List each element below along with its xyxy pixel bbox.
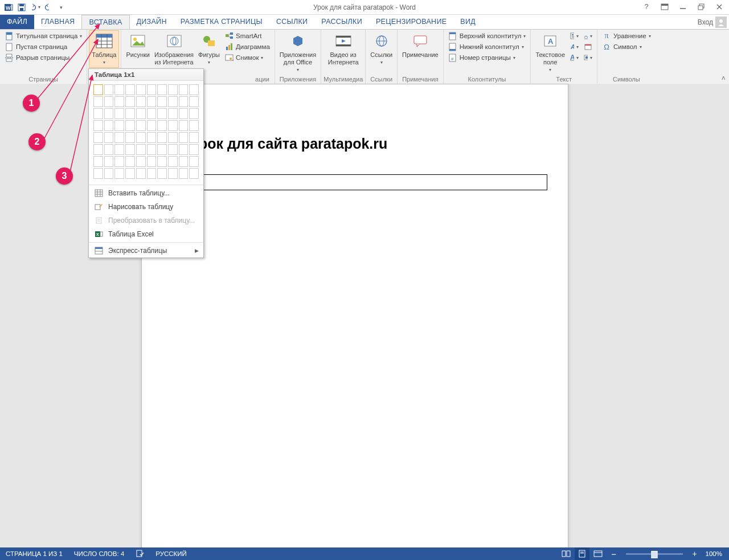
- grid-cell[interactable]: [147, 120, 157, 131]
- grid-cell[interactable]: [179, 96, 189, 107]
- grid-cell[interactable]: [114, 120, 124, 131]
- quick-parts-icon[interactable]: ▾: [567, 31, 581, 41]
- document-page[interactable]: рок для сайта paratapok.ru: [141, 84, 568, 547]
- help-icon[interactable]: ?: [639, 1, 654, 13]
- zoom-out-icon[interactable]: −: [607, 547, 621, 560]
- grid-cell[interactable]: [136, 96, 146, 107]
- tab-design[interactable]: ДИЗАЙН: [130, 15, 174, 29]
- grid-cell[interactable]: [189, 168, 199, 179]
- grid-cell[interactable]: [157, 96, 167, 107]
- grid-cell[interactable]: [157, 132, 167, 143]
- document-table[interactable]: [165, 174, 547, 190]
- ribbon-display-icon[interactable]: [657, 1, 672, 13]
- grid-cell[interactable]: [136, 108, 146, 119]
- shapes-button[interactable]: Фигуры▾: [196, 31, 222, 67]
- grid-cell[interactable]: [136, 156, 146, 167]
- grid-cell[interactable]: [125, 120, 135, 131]
- smartart-button[interactable]: SmartArt: [222, 31, 272, 41]
- grid-cell[interactable]: [93, 108, 103, 119]
- signature-icon[interactable]: ▾: [581, 31, 595, 41]
- pictures-button[interactable]: Рисунки: [124, 31, 152, 60]
- grid-cell[interactable]: [114, 84, 124, 95]
- office-apps-button[interactable]: Приложения для Office▾: [277, 31, 318, 75]
- grid-cell[interactable]: [189, 108, 199, 119]
- grid-cell[interactable]: [93, 96, 103, 107]
- grid-cell[interactable]: [189, 84, 199, 95]
- sign-in[interactable]: Вход: [698, 15, 727, 29]
- grid-cell[interactable]: [157, 120, 167, 131]
- grid-cell[interactable]: [93, 84, 103, 95]
- zoom-in-icon[interactable]: +: [687, 547, 702, 560]
- zoom-slider[interactable]: [626, 553, 683, 555]
- save-icon[interactable]: [15, 1, 28, 14]
- grid-cell[interactable]: [93, 156, 103, 167]
- collapse-ribbon-icon[interactable]: ᴧ: [722, 74, 726, 81]
- grid-cell[interactable]: [168, 84, 178, 95]
- grid-cell[interactable]: [104, 132, 114, 143]
- excel-table-item[interactable]: XТаблица Excel: [89, 227, 203, 241]
- grid-cell[interactable]: [147, 144, 157, 155]
- word-app-icon[interactable]: W: [2, 1, 15, 14]
- grid-cell[interactable]: [179, 144, 189, 155]
- status-language[interactable]: РУССКИЙ: [150, 550, 193, 557]
- grid-cell[interactable]: [147, 96, 157, 107]
- web-layout-icon[interactable]: [591, 547, 605, 560]
- grid-cell[interactable]: [179, 168, 189, 179]
- grid-cell[interactable]: [104, 84, 114, 95]
- tab-mailings[interactable]: РАССЫЛКИ: [314, 15, 369, 29]
- grid-cell[interactable]: [168, 108, 178, 119]
- grid-cell[interactable]: [114, 144, 124, 155]
- grid-cell[interactable]: [168, 96, 178, 107]
- dropcap-icon[interactable]: A▾: [567, 52, 581, 63]
- grid-cell[interactable]: [179, 156, 189, 167]
- cover-page-button[interactable]: Титульная страница▾: [2, 31, 84, 41]
- chart-button[interactable]: Диаграмма: [222, 42, 272, 52]
- grid-cell[interactable]: [125, 84, 135, 95]
- grid-cell[interactable]: [125, 96, 135, 107]
- grid-cell[interactable]: [114, 132, 124, 143]
- tab-insert[interactable]: ВСТАВКА: [81, 15, 129, 30]
- grid-cell[interactable]: [114, 96, 124, 107]
- grid-cell[interactable]: [168, 132, 178, 143]
- grid-cell[interactable]: [168, 156, 178, 167]
- grid-cell[interactable]: [157, 108, 167, 119]
- object-icon[interactable]: ▾: [581, 52, 595, 63]
- undo-icon[interactable]: ▾: [28, 1, 41, 14]
- screenshot-button[interactable]: Снимок▾: [222, 52, 272, 63]
- grid-cell[interactable]: [104, 108, 114, 119]
- grid-cell[interactable]: [104, 144, 114, 155]
- qat-customize-icon[interactable]: ▾: [55, 1, 67, 14]
- tab-home[interactable]: ГЛАВНАЯ: [34, 15, 81, 29]
- grid-cell[interactable]: [104, 120, 114, 131]
- datetime-icon[interactable]: [581, 42, 595, 52]
- grid-cell[interactable]: [147, 168, 157, 179]
- close-icon[interactable]: [712, 1, 727, 13]
- grid-cell[interactable]: [168, 120, 178, 131]
- grid-cell[interactable]: [136, 168, 146, 179]
- grid-cell[interactable]: [93, 132, 103, 143]
- redo-icon[interactable]: [42, 1, 54, 14]
- insert-table-item[interactable]: Вставить таблицу...: [89, 186, 203, 200]
- tab-review[interactable]: РЕЦЕНЗИРОВАНИЕ: [369, 15, 453, 29]
- grid-cell[interactable]: [136, 84, 146, 95]
- quick-tables-item[interactable]: Экспресс-таблицы▶: [89, 244, 203, 257]
- grid-cell[interactable]: [189, 120, 199, 131]
- grid-cell[interactable]: [189, 96, 199, 107]
- grid-cell[interactable]: [93, 120, 103, 131]
- grid-cell[interactable]: [93, 168, 103, 179]
- grid-cell[interactable]: [147, 84, 157, 95]
- links-button[interactable]: Ссылки▾: [368, 31, 395, 67]
- grid-cell[interactable]: [125, 108, 135, 119]
- grid-cell[interactable]: [136, 144, 146, 155]
- grid-cell[interactable]: [125, 168, 135, 179]
- header-button[interactable]: Верхний колонтитул▾: [446, 31, 529, 41]
- grid-cell[interactable]: [104, 156, 114, 167]
- grid-cell[interactable]: [157, 84, 167, 95]
- grid-cell[interactable]: [179, 84, 189, 95]
- page-break-button[interactable]: Разрыв страницы: [2, 52, 84, 63]
- tab-layout[interactable]: РАЗМЕТКА СТРАНИЦЫ: [174, 15, 269, 29]
- grid-cell[interactable]: [147, 156, 157, 167]
- online-video-button[interactable]: Видео из Интернета: [326, 31, 361, 67]
- grid-cell[interactable]: [157, 156, 167, 167]
- grid-cell[interactable]: [104, 168, 114, 179]
